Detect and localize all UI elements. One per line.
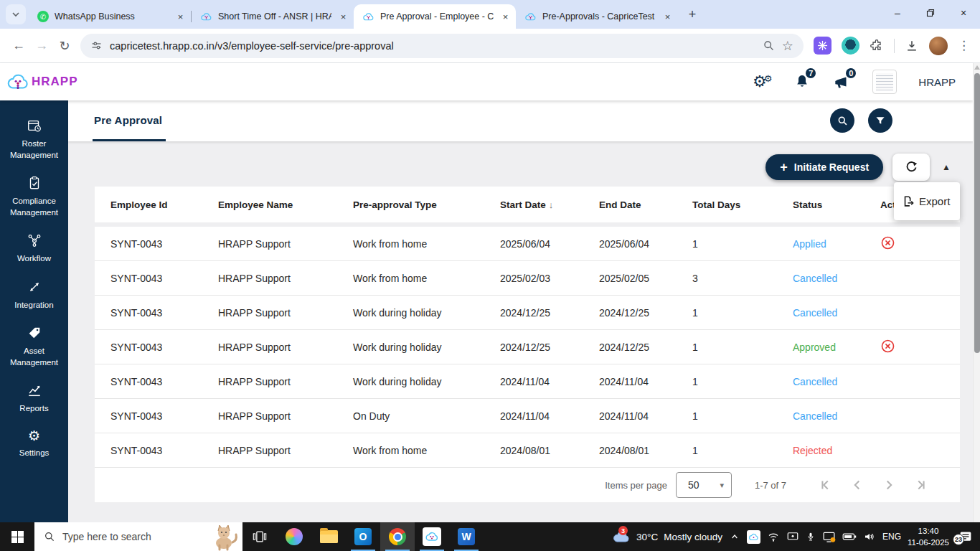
- bookmark-star-icon[interactable]: ☆: [782, 38, 793, 54]
- cell-employee-id: SYNT-0043: [95, 307, 202, 319]
- cell-total-days: 1: [684, 307, 777, 319]
- table-row: SYNT-0043 HRAPP Support Work during holi…: [95, 330, 960, 364]
- sidebar-item-roster-management[interactable]: Roster Management: [0, 110, 68, 168]
- last-page-button[interactable]: [910, 474, 931, 496]
- minimize-button[interactable]: –: [881, 0, 914, 26]
- extensions-puzzle-icon[interactable]: [870, 39, 884, 53]
- brand-text: HRAPP: [32, 75, 78, 89]
- taskbar-search[interactable]: Type here to search: [34, 522, 242, 551]
- close-icon[interactable]: ×: [337, 11, 349, 23]
- start-button[interactable]: [0, 522, 34, 551]
- reload-icon[interactable]: ↻: [53, 34, 76, 57]
- forward-icon[interactable]: →: [30, 34, 53, 57]
- taskbar-outlook[interactable]: O: [346, 522, 380, 551]
- close-icon[interactable]: ×: [661, 11, 674, 23]
- sidebar-item-integration[interactable]: Integration: [0, 272, 68, 319]
- display-icon[interactable]: [786, 531, 799, 542]
- cell-start-date: 2024/12/25: [484, 342, 583, 353]
- extension-lens-icon[interactable]: [842, 37, 859, 55]
- roster-calendar-icon: [27, 118, 42, 133]
- close-icon[interactable]: ×: [499, 11, 512, 23]
- wifi-icon[interactable]: [767, 531, 780, 542]
- table-row: SYNT-0043 HRAPP Support Work from home 2…: [95, 227, 960, 261]
- taskbar-copilot[interactable]: [277, 522, 311, 551]
- collapse-caret-button[interactable]: ▲: [939, 159, 953, 175]
- page-size-select[interactable]: 50 ▾: [676, 472, 732, 498]
- tray-expand-chevron-icon[interactable]: [729, 531, 740, 542]
- tab-short-time-off[interactable]: Short Time Off - ANSR | HRAPP ×: [192, 4, 354, 29]
- tray-hrapp-icon[interactable]: [747, 530, 760, 544]
- sidebar-item-asset-management[interactable]: Asset Management: [0, 318, 68, 375]
- status-badge: Cancelled: [777, 410, 877, 422]
- screen-share-icon[interactable]: [822, 531, 836, 543]
- hrapp-logo[interactable]: HRAPP: [6, 70, 78, 94]
- language-indicator[interactable]: ENG: [882, 532, 901, 542]
- cell-employee-id: SYNT-0043: [95, 273, 202, 284]
- notifications-button[interactable]: 7: [793, 72, 811, 91]
- col-end-date: End Date: [583, 199, 684, 210]
- taskbar-word[interactable]: W: [449, 522, 484, 551]
- filter-button[interactable]: [868, 108, 892, 133]
- search-button[interactable]: [830, 108, 854, 133]
- address-bar[interactable]: capricetest.hrapp.co.in/v3/employee-self…: [80, 34, 804, 58]
- page-scrollbar[interactable]: [973, 63, 980, 522]
- sidebar: Roster Management Compliance Management …: [0, 100, 68, 522]
- tab-pre-approval-active[interactable]: Pre Approval - Employee - Cap ×: [354, 4, 516, 29]
- profile-name: HRAPP: [918, 76, 956, 88]
- refresh-button[interactable]: [892, 154, 930, 181]
- table-row: SYNT-0043 HRAPP Support On Duty 2024/11/…: [95, 399, 960, 433]
- cancel-request-button[interactable]: [880, 344, 895, 356]
- volume-icon[interactable]: [863, 531, 876, 542]
- cancel-request-button[interactable]: [880, 241, 895, 253]
- weather-cloud-icon: 3: [612, 529, 631, 544]
- tab-pre-approval[interactable]: Pre Approval: [94, 114, 162, 126]
- cancel-icon: [880, 339, 895, 354]
- sidebar-item-workflow[interactable]: Workflow: [0, 225, 68, 272]
- menu-kebab-icon[interactable]: ⋮: [958, 38, 970, 53]
- battery-icon[interactable]: [842, 532, 857, 542]
- profile-thumbnail[interactable]: [872, 70, 897, 94]
- initiate-request-button[interactable]: + Initiate Request: [765, 154, 883, 180]
- task-view-icon: [252, 529, 268, 545]
- settings-gears-button[interactable]: ⚙⚙: [753, 74, 772, 90]
- extension-snowflake-icon[interactable]: [814, 37, 831, 55]
- task-view-button[interactable]: [242, 522, 277, 551]
- page-size-value: 50: [688, 479, 699, 491]
- maximize-button[interactable]: [914, 0, 947, 26]
- scrollbar-thumb[interactable]: [974, 73, 980, 353]
- taskbar-chrome[interactable]: [380, 522, 415, 551]
- tab-search-button[interactable]: [6, 4, 26, 24]
- back-icon[interactable]: ←: [7, 34, 30, 57]
- hrapp-cloud-icon: [6, 70, 30, 94]
- taskbar-file-explorer[interactable]: [311, 522, 346, 551]
- weather-widget[interactable]: 3 30°C Mostly cloudy: [612, 529, 722, 544]
- close-icon[interactable]: ×: [174, 11, 187, 23]
- sidebar-item-label: Reports: [19, 403, 48, 415]
- taskbar-hrapp[interactable]: [415, 522, 449, 551]
- sidebar-item-reports[interactable]: Reports: [0, 375, 68, 422]
- zoom-icon[interactable]: [763, 39, 775, 52]
- col-start-date[interactable]: Start Date↓: [484, 199, 583, 210]
- tab-whatsapp[interactable]: ✆ WhatsApp Business ×: [29, 4, 191, 29]
- profile-avatar[interactable]: [929, 37, 948, 55]
- sidebar-item-label: Roster Management: [2, 138, 66, 161]
- sidebar-item-compliance-management[interactable]: Compliance Management: [0, 168, 68, 225]
- prev-page-button[interactable]: [847, 474, 868, 496]
- scroll-up-arrow[interactable]: [974, 65, 980, 70]
- microphone-icon[interactable]: [806, 530, 816, 543]
- tab-pre-approvals-capricetest[interactable]: Pre-Approvals - CapriceTest | H ×: [516, 4, 678, 29]
- weather-alert-badge: 3: [618, 526, 628, 535]
- action-center-button[interactable]: 23: [958, 530, 973, 543]
- announcements-button[interactable]: 0: [832, 72, 851, 91]
- next-page-button[interactable]: [878, 474, 900, 496]
- window-controls: – ×: [881, 0, 980, 26]
- taskbar-clock[interactable]: 13:40 11-06-2025: [908, 525, 949, 548]
- sidebar-item-settings[interactable]: ⚙ Settings: [0, 422, 68, 466]
- clipboard-check-icon: [27, 175, 42, 191]
- export-menu[interactable]: Export: [894, 182, 960, 220]
- close-window-button[interactable]: ×: [947, 0, 980, 26]
- first-page-button[interactable]: [815, 474, 837, 496]
- download-icon[interactable]: [905, 39, 919, 53]
- cell-start-date: 2024/11/04: [484, 410, 583, 422]
- new-tab-button[interactable]: +: [682, 4, 702, 24]
